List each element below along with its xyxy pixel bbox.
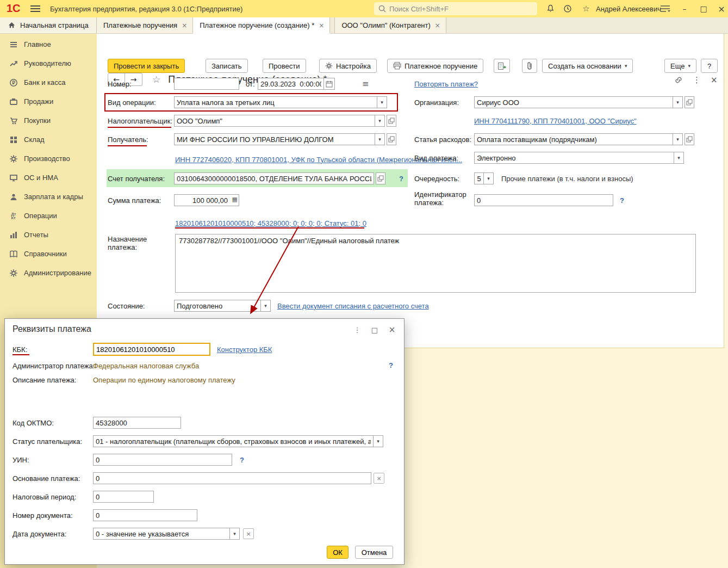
organization-open-button[interactable]: [685, 96, 694, 108]
basis-clear-icon-button[interactable]: ×: [374, 473, 384, 484]
ok-button[interactable]: ОК: [327, 546, 349, 559]
enter-writeoff-document-link[interactable]: Ввести документ списания с расчетного сч…: [277, 302, 429, 310]
taxpayer-dropdown-button[interactable]: ▾: [375, 115, 385, 127]
print-payment-order-button[interactable]: Платежное поручение: [387, 59, 483, 73]
purpose-textarea[interactable]: 7730287782//773001001//ООО "Олимп"//Един…: [175, 234, 696, 293]
sidebar-item-glavnoe[interactable]: Главное: [0, 35, 97, 54]
date-input[interactable]: [258, 78, 324, 90]
post-and-close-button[interactable]: Провести и закрыть: [108, 59, 185, 73]
uin-input[interactable]: [93, 454, 232, 466]
list-menu-icon-button[interactable]: ≡: [362, 79, 369, 89]
recipient-account-input[interactable]: [174, 172, 374, 184]
calculator-icon[interactable]: ▦: [232, 196, 238, 203]
tax-period-input[interactable]: [93, 491, 154, 503]
amount-input[interactable]: [174, 194, 239, 206]
calendar-icon-button[interactable]: [324, 78, 335, 90]
payment-type-dropdown-button[interactable]: ▾: [674, 152, 684, 164]
window-minimize-button[interactable]: –: [679, 3, 690, 14]
payment-id-help-link[interactable]: ?: [620, 196, 624, 205]
sidebar-item-os-i-nma[interactable]: ОС и НМА: [0, 168, 97, 187]
attachments-paperclip-button[interactable]: [522, 59, 537, 73]
priority-dropdown-button[interactable]: ▾: [484, 172, 494, 184]
history-clock-icon[interactable]: [562, 4, 573, 14]
recipient-dropdown-button[interactable]: ▾: [375, 133, 385, 145]
dialog-maximize-icon[interactable]: □: [369, 324, 380, 335]
organization-details-link[interactable]: ИНН 7704111790, КПП 770401001, ООО "Сири…: [474, 117, 637, 125]
create-based-on-button[interactable]: Создать на основании▾: [542, 59, 633, 73]
main-menu-icon[interactable]: [30, 5, 40, 12]
operation-type-dropdown-button[interactable]: ▾: [377, 96, 387, 108]
kebab-menu-icon[interactable]: ⋮: [693, 75, 701, 85]
repeat-payment-link[interactable]: Повторять платеж?: [414, 80, 478, 88]
cancel-button[interactable]: Отмена: [355, 546, 393, 559]
tab-payment-order-new[interactable]: Платежное поручение (создание) * ×: [193, 17, 330, 34]
payment-basis-input[interactable]: [93, 472, 371, 484]
save-button[interactable]: Записать: [206, 59, 248, 73]
window-maximize-button[interactable]: □: [698, 3, 710, 14]
notifications-bell-icon[interactable]: [545, 4, 556, 14]
post-button[interactable]: Провести: [263, 59, 306, 73]
kbk-constructor-link[interactable]: Конструктор КБК: [217, 345, 272, 354]
priority-input[interactable]: [474, 172, 484, 184]
current-user[interactable]: Андрей Алексеевич: [596, 5, 661, 13]
kbk-input[interactable]: [93, 343, 210, 356]
operation-type-input[interactable]: [174, 96, 377, 108]
sidebar-item-prodazhi[interactable]: Продажи: [0, 92, 97, 111]
taxpayer-input[interactable]: [174, 115, 375, 127]
recipient-open-button[interactable]: [387, 133, 396, 145]
global-search[interactable]: [374, 2, 537, 15]
send-to-bank-icon-button[interactable]: [494, 59, 510, 73]
recipient-input[interactable]: [174, 133, 375, 145]
tab-close-icon[interactable]: ×: [435, 22, 440, 29]
copy-link-icon[interactable]: [674, 76, 683, 84]
search-input[interactable]: [389, 5, 525, 13]
form-close-icon[interactable]: ×: [711, 75, 718, 85]
help-button[interactable]: ?: [701, 59, 718, 73]
admin-help-link[interactable]: ?: [389, 361, 393, 369]
organization-dropdown-button[interactable]: ▾: [673, 96, 683, 108]
payer-status-dropdown-button[interactable]: ▾: [374, 435, 383, 447]
sidebar-item-spravochniki[interactable]: Справочники: [0, 244, 97, 263]
dialog-kebab-menu-icon[interactable]: ⋮: [352, 324, 363, 335]
sidebar-item-otchety[interactable]: Отчеты: [0, 225, 97, 244]
payer-status-input[interactable]: [93, 435, 374, 447]
tab-close-icon[interactable]: ×: [319, 22, 324, 29]
more-button[interactable]: Еще▾: [664, 59, 696, 73]
expense-item-input[interactable]: [474, 133, 673, 145]
tab-close-icon[interactable]: ×: [182, 22, 187, 29]
sidebar-item-sklad[interactable]: Склад: [0, 130, 97, 149]
expense-item-dropdown-button[interactable]: ▾: [673, 133, 683, 145]
kbk-details-link[interactable]: 18201061201010000510; 45328000; 0; 0; 0;…: [175, 219, 366, 227]
tab-home[interactable]: Начальная страница: [0, 17, 97, 33]
taxpayer-open-button[interactable]: [387, 115, 396, 127]
dialog-close-icon[interactable]: ×: [387, 324, 397, 335]
window-close-button[interactable]: ×: [715, 3, 727, 14]
favorites-star-icon[interactable]: ☆: [581, 4, 592, 14]
tab-counterparty-olimp[interactable]: ООО "Олимп" (Контрагент) ×: [334, 17, 446, 33]
recipient-account-open-button[interactable]: [376, 172, 385, 184]
tab-payment-orders-list[interactable]: Платежные поручения ×: [97, 17, 193, 33]
doc-date-input[interactable]: [93, 528, 230, 540]
sidebar-item-zarplata-i-kadry[interactable]: Зарплата и кадры: [0, 187, 97, 206]
state-dropdown-button[interactable]: ▾: [261, 300, 271, 312]
doc-date-clear-icon-button[interactable]: ×: [243, 528, 254, 539]
sidebar-item-administrirovanie[interactable]: Администрирование: [0, 263, 97, 282]
sidebar-item-proizvodstvo[interactable]: Производство: [0, 149, 97, 168]
payment-id-input[interactable]: [474, 194, 613, 206]
oktmo-input[interactable]: [93, 417, 181, 429]
doc-number-input[interactable]: [93, 509, 197, 521]
account-help-link[interactable]: ?: [399, 175, 403, 183]
doc-date-dropdown-button[interactable]: ▾: [230, 528, 240, 540]
sidebar-item-bank-i-kassa[interactable]: Банк и касса: [0, 73, 97, 92]
sidebar-item-rukovoditelyu[interactable]: Руководителю: [0, 54, 97, 73]
sidebar-item-operatsii[interactable]: ДтКт Операции: [0, 206, 97, 225]
payment-type-input[interactable]: [474, 152, 674, 164]
tools-menu-icon[interactable]: [659, 4, 672, 14]
number-input[interactable]: [174, 78, 239, 90]
settings-button[interactable]: Настройка: [319, 59, 377, 73]
sidebar-item-pokupki[interactable]: Покупки: [0, 111, 97, 130]
organization-input[interactable]: [474, 96, 673, 108]
expense-item-open-button[interactable]: [685, 133, 694, 145]
uin-help-link[interactable]: ?: [240, 456, 244, 464]
state-input[interactable]: [174, 300, 261, 312]
